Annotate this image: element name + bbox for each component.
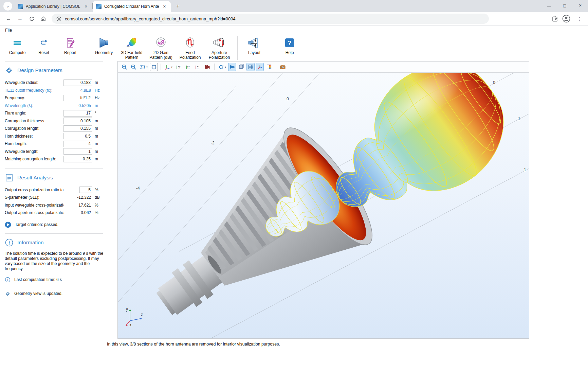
grid-toggle[interactable] <box>246 63 255 71</box>
forward-button[interactable]: → <box>15 14 25 24</box>
compute-button[interactable]: Compute <box>4 34 31 61</box>
parameter-input[interactable] <box>63 156 92 162</box>
graphics-toolbar: ▾ ▾ <box>118 61 529 73</box>
3d-view[interactable]: 0-2-40-11 <box>118 73 529 338</box>
parameter-value: 17.621 <box>78 203 92 208</box>
show-geometry-toggle[interactable] <box>228 63 236 71</box>
farfield-3d-button[interactable]: 3D Far-field Pattern <box>117 34 146 61</box>
parameter-input[interactable] <box>79 187 92 193</box>
gain-2d-button[interactable]: 2D Gain Pattern (dBi) <box>146 34 176 61</box>
parameter-label: Corrugation length: <box>5 126 63 131</box>
new-tab-button[interactable]: + <box>173 2 182 11</box>
parameter-row: Output cross-polarization ratio target:% <box>5 186 103 194</box>
file-menu[interactable]: File <box>5 28 12 33</box>
axis-tick-label: 1 <box>524 167 526 172</box>
zoom-in-button[interactable] <box>120 63 128 71</box>
view-xy-button[interactable]: xy <box>174 63 183 71</box>
parameter-label: S-parameter (S11): <box>5 195 63 200</box>
xz-view-icon: xz <box>195 64 201 70</box>
aperture-polarization-button[interactable]: Aperture Polarization <box>205 34 234 61</box>
last-computation-row: i Last computation time: 6 s <box>5 277 103 283</box>
parameter-input[interactable] <box>63 110 92 117</box>
parameter-label: Horn length: <box>5 141 63 146</box>
tab-horn-antenna[interactable]: Corrugated Circular Horn Anten ✕ <box>93 1 171 12</box>
parameter-unit: m <box>95 119 103 123</box>
reset-button[interactable]: Reset <box>31 34 57 61</box>
transparency-button[interactable] <box>237 63 245 71</box>
information-body: The solution time is expected to be arou… <box>5 251 105 271</box>
svg-text:i: i <box>8 240 10 245</box>
parameter-row: Flare angle:° <box>5 109 103 117</box>
status-text: Target criterion: passed. <box>15 222 58 227</box>
scene-camera-button[interactable] <box>203 63 212 71</box>
parameter-unit: dB <box>95 195 103 200</box>
geometry-button[interactable]: Geometry <box>91 34 117 61</box>
reload-button[interactable] <box>26 14 37 24</box>
close-button[interactable]: ✕ <box>572 0 588 11</box>
yz-view-icon: yz <box>185 64 191 70</box>
rotate-view-button[interactable]: ▾ <box>217 63 227 71</box>
parameter-unit: m <box>95 157 103 161</box>
compute-icon <box>11 37 23 49</box>
layout-icon <box>247 36 261 49</box>
parameter-unit: % <box>95 188 103 192</box>
parameter-label: Matching corrugation length: <box>5 157 63 161</box>
zoom-box-icon <box>140 64 146 70</box>
tab-application-library[interactable]: Application Library | COMSOL S ✕ <box>14 1 92 12</box>
tab-close-icon[interactable]: ✕ <box>83 4 89 10</box>
help-button[interactable]: ? Help <box>276 34 303 61</box>
section-title: Information <box>17 240 44 246</box>
parameter-unit: m <box>95 126 103 131</box>
dropdown-caret-icon: ▾ <box>146 66 148 69</box>
view-xz-button[interactable]: xz <box>194 63 202 71</box>
color-legend-toggle[interactable] <box>265 63 273 71</box>
zoom-extents-button[interactable] <box>150 63 158 71</box>
profile-avatar-icon[interactable] <box>562 15 570 23</box>
svg-text:i: i <box>7 278 8 282</box>
back-button[interactable]: ← <box>3 14 14 24</box>
snapshot-button[interactable] <box>279 63 287 71</box>
home-button[interactable] <box>38 14 48 24</box>
url-bar[interactable]: comsol.com/server-demo/app/library_corru… <box>52 14 489 24</box>
parameter-input[interactable] <box>63 125 92 132</box>
parameter-value-column <box>63 156 92 162</box>
xy-view-icon: xy <box>176 64 182 70</box>
parameter-input[interactable] <box>63 141 92 147</box>
maximize-button[interactable]: ▢ <box>557 0 572 11</box>
axis-tick-label: 0 <box>287 96 289 101</box>
triad-y-label: y <box>126 307 128 312</box>
parameter-value-column: 17.621 <box>63 203 92 208</box>
parameter-input[interactable] <box>63 133 92 139</box>
browser-menu-button[interactable]: ⋮ <box>574 14 585 24</box>
geometry-status-text: Geometry view is updated. <box>14 291 62 296</box>
parameter-row: Matching corrugation length:m <box>5 155 103 163</box>
axis-tick-label: 0 <box>493 80 495 85</box>
parameter-value-column <box>63 133 92 139</box>
axes-toggle[interactable] <box>256 63 264 71</box>
layout-button[interactable]: Layout <box>241 34 268 61</box>
feed-polarization-button[interactable]: Feed Polarization <box>176 34 205 61</box>
zoom-extents-icon <box>151 64 157 70</box>
parameter-input[interactable] <box>63 118 92 124</box>
toolbar-separator <box>161 64 161 70</box>
app-menubar: File <box>0 26 588 34</box>
site-info-icon[interactable] <box>56 16 61 21</box>
axes-toggle-icon <box>257 64 263 70</box>
minimize-button[interactable]: — <box>541 0 557 11</box>
parameter-input[interactable] <box>63 79 92 86</box>
report-button[interactable]: Report <box>57 34 84 61</box>
tab-search-button[interactable]: ⌄ <box>3 2 12 11</box>
zoom-box-button[interactable]: ▾ <box>139 63 149 71</box>
design-parameters-rows: Waveguide radius:mTE11 cutoff frequency … <box>5 79 103 163</box>
url-text[interactable]: comsol.com/server-demo/app/library_corru… <box>65 16 236 21</box>
extensions-icon[interactable] <box>552 16 558 22</box>
parameter-input[interactable] <box>63 148 92 155</box>
settings-sidebar: Design Parameters Waveguide radius:mTE11… <box>0 61 106 387</box>
tab-title: Application Library | COMSOL S <box>26 4 80 9</box>
result-analysis-rows: Output cross-polarization ratio target:%… <box>5 186 103 217</box>
parameter-input[interactable] <box>63 95 92 101</box>
zoom-out-button[interactable] <box>129 63 137 71</box>
view-yz-button[interactable]: yz <box>184 63 192 71</box>
tab-close-icon[interactable]: ✕ <box>162 4 167 10</box>
default-view-button[interactable]: ▾ <box>164 63 173 71</box>
